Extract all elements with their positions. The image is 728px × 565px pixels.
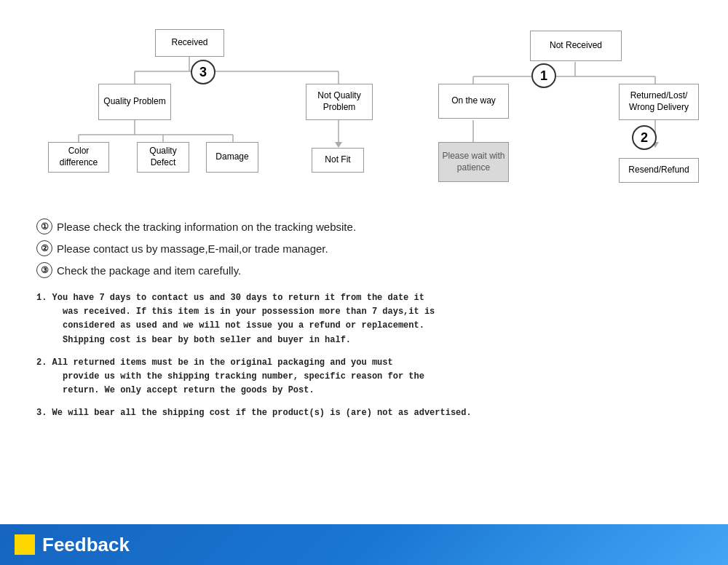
color-difference-box: Color difference (48, 142, 109, 173)
svg-marker-16 (335, 142, 342, 148)
damage-box: Damage (206, 142, 258, 173)
please-wait-box: Please wait with patience (438, 142, 509, 182)
instruction-2: ② Please contact us by massage,E-mail,or… (36, 240, 692, 256)
note-3: 3. We will bear all the shipping cost if… (36, 406, 692, 420)
circle-1: 1 (531, 63, 556, 88)
feedback-bar: Feedback (0, 524, 728, 565)
instructions-section: ① Please check the tracking information … (22, 218, 706, 278)
instruction-1: ① Please check the tracking information … (36, 218, 692, 234)
note-2: 2. All returned items must be in the ori… (36, 356, 692, 398)
feedback-label: Feedback (42, 534, 130, 556)
resend-refund-box: Resend/Refund (619, 158, 699, 183)
circle-2: 2 (632, 125, 657, 150)
circle-inline-2: ② (36, 240, 52, 256)
instruction-2-text: Please contact us by massage,E-mail,or t… (57, 242, 328, 255)
instruction-3-text: Check the package and item carefully. (57, 264, 241, 277)
note-1: 1. You have 7 days to contact us and 30 … (36, 291, 692, 347)
not-quality-problem-box: Not Quality Problem (306, 84, 373, 120)
instruction-3: ③ Check the package and item carefully. (36, 262, 692, 278)
not-fit-box: Not Fit (312, 148, 364, 173)
received-box: Received (155, 29, 224, 57)
feedback-square-icon (15, 534, 35, 555)
not-received-box: Not Received (530, 31, 622, 61)
main-content: Received Quality Problem Not Quality Pro… (0, 0, 728, 524)
circle-inline-3: ③ (36, 262, 52, 278)
returned-lost-box: Returned/Lost/ Wrong Delivery (619, 84, 699, 120)
quality-defect-box: Quality Defect (137, 142, 189, 173)
circle-3: 3 (191, 60, 215, 84)
flowchart: Received Quality Problem Not Quality Pro… (22, 15, 706, 208)
on-the-way-box: On the way (438, 84, 509, 119)
instruction-1-text: Please check the tracking information on… (57, 221, 356, 233)
notes-section: 1. You have 7 days to contact us and 30 … (22, 291, 706, 421)
quality-problem-box: Quality Problem (98, 84, 171, 120)
circle-inline-1: ① (36, 218, 52, 234)
